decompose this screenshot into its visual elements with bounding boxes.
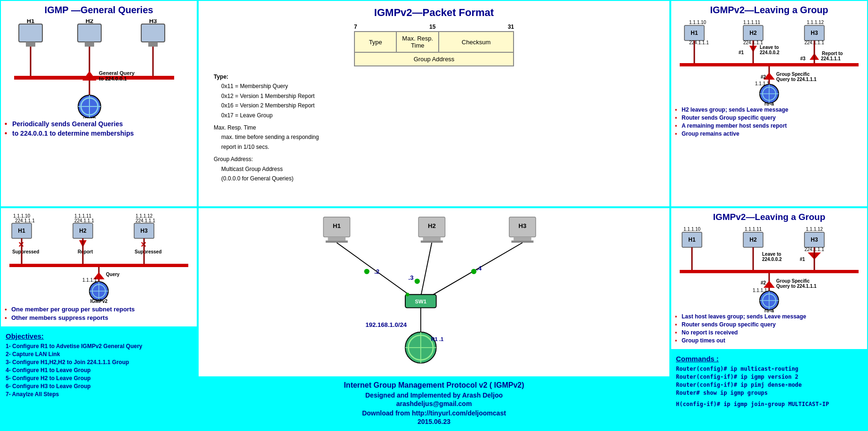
obj-6: 6- Configure H3 to Leave Group — [6, 383, 192, 390]
svg-text:Leave to: Leave to — [760, 45, 779, 50]
svg-text:224.0.0.2: 224.0.0.2 — [760, 50, 780, 55]
svg-text:192.168.1.0/24: 192.168.1.0/24 — [365, 321, 407, 328]
panel-bottom-center: H1 H2 H3 .2 .3 — [198, 207, 670, 431]
leaving2-bullet-4: •Group times out — [675, 337, 863, 344]
footer-download: Download from http://tinyurl.com/deljoom… — [203, 409, 665, 417]
svg-rect-5 — [85, 42, 94, 47]
svg-text:1.1.1.10: 1.1.1.10 — [689, 20, 707, 25]
svg-line-103 — [421, 243, 432, 297]
svg-text:H1: H1 — [691, 30, 698, 36]
svg-text:rtr-a: rtr-a — [764, 101, 774, 106]
suppress-bullet-2: •Other members suppress reports — [5, 314, 193, 321]
leaving2-bullet-1: •Last host leaves group; sends Leave mes… — [675, 313, 863, 320]
panel-leaving-group-1: IGMPv2—Leaving a Group 1.1.1.10 H1 224.1… — [670, 0, 868, 207]
pkt-maxresp-cell: Max. Resp.Time — [396, 32, 439, 52]
panel-packet-format: IGMPv2—Packet Format 7 15 31 Type Max. R… — [198, 0, 670, 207]
leaving-group-2-section: IGMPv2—Leaving a Group 1.1.1.10 H1 1.1.1… — [671, 208, 867, 350]
footer-title: Internet Group Management Protocol v2 ( … — [203, 381, 665, 390]
commands-title: Commands : — [676, 355, 862, 363]
footer-area: Internet Group Management Protocol v2 ( … — [199, 376, 669, 430]
svg-text:H1: H1 — [18, 228, 25, 234]
svg-text:1.1.1.12: 1.1.1.12 — [807, 20, 824, 25]
svg-text:224.1.1.1: 224.1.1.1 — [821, 56, 841, 61]
cmd-4: Router# show ip igmp groups — [676, 390, 862, 396]
svg-point-107 — [415, 278, 420, 284]
pkt-type-v4: 0x17 = Leave Group — [214, 111, 664, 120]
leaving1-bullet-4: •Group remains active — [675, 130, 863, 137]
svg-text:H2: H2 — [428, 222, 436, 229]
panel-title-packet-format: IGMPv2—Packet Format — [204, 7, 664, 19]
panel-bottom-left: 1.1.1.10 224.1.1.1 H1 ✕ Suppressed 1.1.1… — [0, 207, 198, 431]
svg-text:Suppressed: Suppressed — [12, 249, 39, 254]
svg-text:H1: H1 — [27, 19, 35, 24]
svg-text:Report to: Report to — [822, 51, 843, 56]
cmd-6: H(config-if)# ip igmp join-group MULTICA… — [676, 401, 862, 407]
svg-text:H2: H2 — [86, 19, 94, 24]
obj-2: 2- Capture LAN Link — [6, 351, 192, 358]
pkt-type-v1: 0x11 = Membership Query — [214, 81, 664, 91]
obj-3: 3- Configure H1,H2,H2 to Join 224.1.1.1 … — [6, 359, 192, 366]
objectives-title: Objectives: — [6, 332, 192, 340]
obj-5: 5- Configure H2 to Leave Group — [6, 375, 192, 382]
svg-text:H1: H1 — [688, 236, 696, 243]
footer-designed: Designed and Implemented by Arash Deljoo — [203, 391, 665, 399]
topology-area: H1 H2 H3 .2 .3 — [199, 208, 669, 376]
pkt-type-cell: Type — [354, 32, 396, 52]
pkt-maxresp-label: Max. Resp. Time — [214, 123, 664, 132]
pkt-checksum-cell: Checksum — [439, 32, 514, 52]
svg-rect-1 — [26, 42, 35, 47]
svg-text:#1: #1 — [739, 50, 744, 55]
obj-1: 1- Configure R1 to Advetise IGMPv2 Gener… — [6, 343, 192, 350]
svg-rect-0 — [19, 24, 42, 42]
svg-text:1.1.1.12: 1.1.1.12 — [806, 227, 823, 232]
bit-pos-15: 15 — [429, 24, 435, 30]
svg-rect-99 — [514, 237, 531, 241]
svg-text:224.1.1.1: 224.1.1.1 — [689, 40, 709, 45]
svg-text:.3: .3 — [409, 274, 414, 281]
commands-section: Commands : Router(config)# ip multicast-… — [671, 350, 867, 430]
cmd-3: Router(config-if)# ip pimj dense-mode — [676, 382, 862, 388]
svg-rect-91 — [328, 237, 346, 241]
svg-rect-95 — [423, 237, 441, 241]
svg-text:H2: H2 — [79, 228, 87, 234]
svg-rect-96 — [421, 241, 443, 243]
svg-point-109 — [471, 269, 476, 274]
bullet-1: • Periodically sends General Queries — [5, 120, 193, 128]
pkt-groupaddr-label: Group Address: — [214, 155, 664, 164]
svg-text:to 224.0.0.1: to 224.0.0.1 — [99, 76, 127, 81]
svg-text:1.1.1.11: 1.1.1.11 — [745, 227, 762, 232]
panel-title-igmp-general: IGMP —General Queries — [5, 5, 193, 16]
svg-text:H3: H3 — [518, 222, 526, 229]
svg-text:SW1: SW1 — [415, 299, 426, 304]
svg-rect-8 — [141, 24, 165, 42]
panel-title-leaving-2: IGMPv2—Leaving a Group — [675, 212, 863, 222]
leaving1-bullet-1: •H2 leaves group; sends Leave message — [675, 106, 863, 113]
svg-text:H1: H1 — [333, 222, 341, 229]
footer-date: 2015.06.23 — [203, 418, 665, 425]
svg-text:IGMPv2: IGMPv2 — [90, 299, 108, 304]
cmd-2: Router(config-if)# ip igmp version 2 — [676, 374, 862, 380]
svg-text:#3: #3 — [800, 56, 806, 61]
svg-text:Group Specific: Group Specific — [776, 278, 810, 284]
bit-pos-31: 31 — [508, 24, 514, 30]
svg-text:#1: #1 — [800, 257, 805, 262]
pkt-type-v2: 0x12 = Version 1 Membership Report — [214, 91, 664, 101]
obj-7: 7- Anaylze All Steps — [6, 391, 192, 398]
bit-pos-7: 7 — [354, 24, 357, 30]
svg-point-113 — [406, 293, 410, 296]
leaving2-bullet-3: •No report is received — [675, 329, 863, 336]
svg-text:.2: .2 — [374, 268, 379, 275]
bullet-2: • to 224.0.0.1 to determine memberships — [5, 130, 193, 137]
svg-point-105 — [364, 269, 370, 274]
svg-text:#2: #2 — [761, 74, 766, 80]
objectives-section: Objectives: 1- Configure R1 to Advetise … — [1, 327, 197, 430]
svg-rect-80 — [9, 264, 188, 267]
svg-text:Query to 224.1.1.1: Query to 224.1.1.1 — [776, 284, 817, 289]
panel-title-leaving-1: IGMPv2—Leaving a Group — [675, 5, 863, 16]
svg-rect-100 — [511, 241, 533, 243]
panel-bottom-right: IGMPv2—Leaving a Group 1.1.1.10 H1 1.1.1… — [670, 207, 868, 431]
leaving2-bullet-2: •Router sends Group specific query — [675, 321, 863, 328]
svg-text:Report: Report — [78, 249, 93, 254]
svg-text:1.1.1.11: 1.1.1.11 — [743, 20, 761, 25]
svg-text:224.1.1.1: 224.1.1.1 — [74, 218, 94, 223]
